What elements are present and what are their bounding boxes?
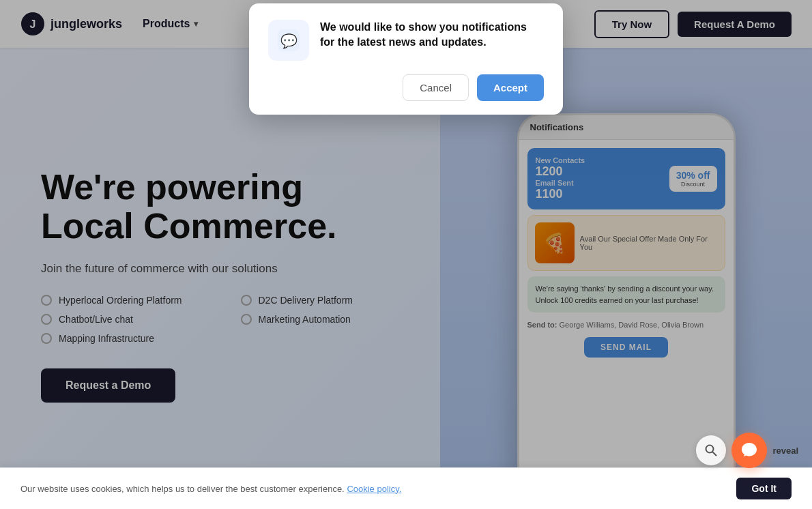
cancel-button[interactable]: Cancel [403, 74, 469, 101]
notification-overlay: 💬 We would like to show you notification… [0, 0, 812, 509]
notification-popup: 💬 We would like to show you notification… [249, 3, 563, 115]
cookie-banner: Our website uses cookies, which helps us… [0, 467, 812, 509]
notification-bell-icon: 💬 [276, 28, 301, 53]
svg-point-4 [706, 446, 714, 453]
chat-bubble-icon[interactable] [731, 433, 767, 468]
cookie-policy-link[interactable]: Cookie policy. [347, 484, 401, 494]
cookie-text: Our website uses cookies, which helps us… [20, 484, 736, 494]
cookie-message: Our website uses cookies, which helps us… [20, 484, 345, 494]
popup-body: 💬 We would like to show you notification… [249, 3, 563, 74]
popup-text: We would like to show you notifications … [320, 20, 544, 55]
got-it-button[interactable]: Got It [736, 478, 792, 499]
popup-title: We would like to show you notifications … [320, 20, 544, 50]
popup-actions: Cancel Accept [249, 74, 563, 115]
search-icon[interactable] [696, 435, 726, 465]
cookie-policy-label: Cookie policy. [347, 484, 401, 494]
accept-button[interactable]: Accept [477, 74, 544, 101]
reveal-label: reveal [772, 446, 798, 456]
svg-text:💬: 💬 [280, 33, 298, 49]
svg-line-5 [712, 452, 716, 456]
chat-widget: reveal [696, 433, 798, 468]
popup-icon-wrap: 💬 [268, 20, 309, 61]
chat-icon-svg [740, 441, 758, 459]
search-icon-svg [704, 443, 718, 457]
cookie-right: Got It [736, 478, 792, 499]
